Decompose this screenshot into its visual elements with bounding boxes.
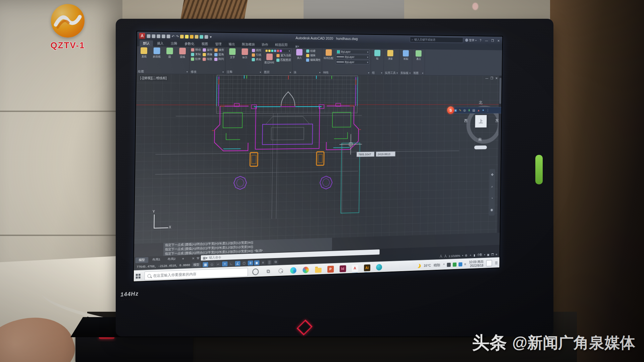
wcs-pill[interactable] xyxy=(474,145,487,149)
clean-screen-icon[interactable]: 🗖 xyxy=(491,253,494,256)
layer-sun-icon[interactable] xyxy=(190,35,194,39)
taskbar-app-magnifier[interactable] xyxy=(277,266,285,275)
viewcube-top-face[interactable]: 上 xyxy=(475,115,487,127)
dynamic-input-y[interactable]: 2419.8613 xyxy=(378,153,390,156)
object-snap-tracking-icon[interactable]: ✛ xyxy=(248,260,253,265)
ribbon-item-创建[interactable]: 创建 xyxy=(306,49,321,53)
polar-tracking-icon[interactable]: ∠ xyxy=(235,261,240,266)
ribbon-tab-注释[interactable]: 注释 xyxy=(167,41,180,47)
overlay-icon-6[interactable]: ▲ xyxy=(477,109,480,112)
ribbon-item-基点[interactable]: 基点 xyxy=(414,50,424,61)
infer-constraints-icon[interactable]: ⌐ xyxy=(216,261,221,266)
ribbon-tab-协作[interactable]: 协作 xyxy=(259,42,271,48)
taskbar-app-wps-office[interactable] xyxy=(302,265,310,274)
ribbon-item-移动[interactable]: 移动 xyxy=(191,48,201,52)
lineweight-icon[interactable]: ≡ xyxy=(260,260,266,265)
info-center-search[interactable]: ⌕ 键入关键字或短语 xyxy=(410,37,463,43)
taskbar-app-illustrator[interactable]: Ai xyxy=(363,263,371,272)
ribbon-tab-管理[interactable]: 管理 xyxy=(212,41,225,47)
sheet-icon[interactable] xyxy=(205,35,208,39)
scale-chevron-icon[interactable]: ▾ xyxy=(462,254,463,257)
dynamic-input-icon[interactable]: ＋ xyxy=(222,261,227,266)
ribbon-item-复制[interactable]: 复制 xyxy=(191,53,201,57)
ribbon-item-拉伸[interactable]: 拉伸 xyxy=(191,57,201,61)
ribbon-tab-参数化[interactable]: 参数化 xyxy=(181,41,198,47)
taskbar-app-file-explorer[interactable] xyxy=(314,265,322,274)
layout-tab-布局2[interactable]: 布局2 xyxy=(164,256,179,262)
panel-label-实用工具[interactable]: 实用工具▾ xyxy=(385,71,398,75)
ribbon-item-引线[interactable]: 引线 xyxy=(252,53,262,57)
ribbon-item-编辑[interactable]: 编辑 xyxy=(306,54,321,58)
doc-minimize-icon[interactable]: — xyxy=(485,76,488,80)
pan-icon[interactable]: ✥ xyxy=(491,173,494,177)
dynamic-input-x[interactable]: 7805.5047 xyxy=(358,153,371,156)
property-dropdown-0[interactable]: ByLayer▾ xyxy=(335,49,370,54)
display-tray-icon[interactable] xyxy=(459,262,462,266)
overlay-icon-7[interactable]: ✦ xyxy=(482,109,484,112)
ribbon-item-文字[interactable]: 文字 xyxy=(227,48,238,60)
taskbar-clock[interactable]: 10:09 周四 2022/8/18 xyxy=(469,260,483,268)
drawing-area[interactable]: 7805.5047 2419.8613 [-][俯视][二维线框] — ❐ ✕ … xyxy=(134,74,502,244)
overlay-icon-2[interactable]: ✎ xyxy=(459,109,461,112)
save-as-icon[interactable] xyxy=(162,34,165,38)
zoom-icon[interactable]: ⌕ xyxy=(491,185,493,189)
layout-tab-模型[interactable]: 模型 xyxy=(135,257,148,263)
close-button[interactable]: ✕ xyxy=(496,39,500,42)
graphics-icon[interactable]: ▣ xyxy=(487,253,490,256)
selection-cycling-icon[interactable]: ⧉ xyxy=(273,259,278,264)
ribbon-item-图层特性[interactable]: 图层特性 xyxy=(264,54,275,65)
doc-restore-icon[interactable]: ❐ xyxy=(490,76,493,80)
input-method-indicator[interactable] xyxy=(486,260,492,266)
wheel-icon[interactable]: ◉ xyxy=(490,208,493,212)
ribbon-tab-插入[interactable]: 插入 xyxy=(154,41,167,47)
isolate-icon[interactable]: ▮ xyxy=(474,253,475,257)
plot-icon[interactable] xyxy=(167,35,170,38)
overlay-icon-1[interactable]: ▣ xyxy=(454,109,457,112)
viewcube-east[interactable]: 东 xyxy=(495,118,498,123)
weather-condition[interactable]: 晴朗 xyxy=(434,263,440,268)
ribbon-item-匹配图层[interactable]: 匹配图层 xyxy=(276,58,291,62)
close-command-icon[interactable]: ✕ xyxy=(192,256,195,260)
property-dropdown-2[interactable]: ByLayer▾ xyxy=(335,60,370,64)
redo-icon[interactable]: ↷ xyxy=(176,35,179,38)
viewport-controls[interactable]: [-][俯视][二维线框] xyxy=(139,75,168,81)
ribbon-item-旋转[interactable]: 旋转 xyxy=(203,48,212,52)
autocad-app-icon[interactable]: A xyxy=(139,33,145,39)
plus-icon[interactable]: ＋ xyxy=(469,253,472,257)
property-dropdown-1[interactable]: ByLayer▾ xyxy=(335,55,370,59)
ortho-mode-icon[interactable]: ∟ xyxy=(228,261,234,266)
transparency-icon[interactable]: ▒ xyxy=(267,260,272,265)
panel-label-绘图[interactable]: 绘图▾ xyxy=(138,69,188,74)
ribbon-item-线性[interactable]: 线性 xyxy=(252,49,262,53)
snap-mode-icon[interactable]: ◇ xyxy=(209,262,215,267)
panel-label-剪贴板[interactable]: 剪贴板▾ xyxy=(400,71,411,75)
new-layout-button[interactable]: + xyxy=(180,257,186,260)
color-app-tray-icon[interactable] xyxy=(452,262,456,267)
taskbar-app-cortana[interactable] xyxy=(252,267,259,276)
minimize-button[interactable]: — xyxy=(484,39,488,42)
annotation-visibility-icon[interactable]: 人 xyxy=(439,254,442,258)
ribbon-item-缩放[interactable]: 缩放 xyxy=(203,57,212,61)
notification-center-icon[interactable]: ☰ xyxy=(495,261,498,265)
viewcube-south[interactable]: 南 xyxy=(478,137,482,142)
overlay-icon-5[interactable]: ▤ xyxy=(472,109,475,112)
ribbon-item-特性匹配[interactable]: 特性匹配 xyxy=(323,49,334,60)
sign-in-button[interactable]: 登录 ▾ xyxy=(465,38,477,43)
windows-search-box[interactable]: 在这里输入你要搜索的内容 xyxy=(144,268,248,280)
ribbon-item-镜像[interactable]: 镜像 xyxy=(203,53,212,57)
ribbon-tab-精选应用[interactable]: 精选应用 xyxy=(272,42,290,48)
ribbon-tab-默认[interactable]: 默认 xyxy=(140,40,153,46)
scrollbar-thumb[interactable] xyxy=(499,78,501,104)
orbit-icon[interactable]: ◔ xyxy=(491,196,493,200)
ribbon-item-圆角[interactable]: 圆角 xyxy=(214,53,224,57)
layout-tab-布局1[interactable]: 布局1 xyxy=(149,256,164,262)
menu-tray-icon[interactable]: ≡ xyxy=(464,262,466,266)
ribbon-item-组[interactable]: 组 xyxy=(372,50,383,61)
overlay-icon-8[interactable]: ⋮ xyxy=(486,109,489,112)
chevron-up-icon[interactable]: ^ xyxy=(443,263,445,266)
panel-label-视图[interactable]: 视图▾ xyxy=(413,71,423,75)
command-wrench-icon[interactable]: ⚒ xyxy=(197,256,200,260)
navigation-bar[interactable]: ✥ ⌕ ◔ ◉ xyxy=(489,169,495,216)
ribbon-item-直线[interactable]: 直线 xyxy=(138,47,150,59)
ribbon-options-icon[interactable]: ▣▾ xyxy=(295,45,299,48)
